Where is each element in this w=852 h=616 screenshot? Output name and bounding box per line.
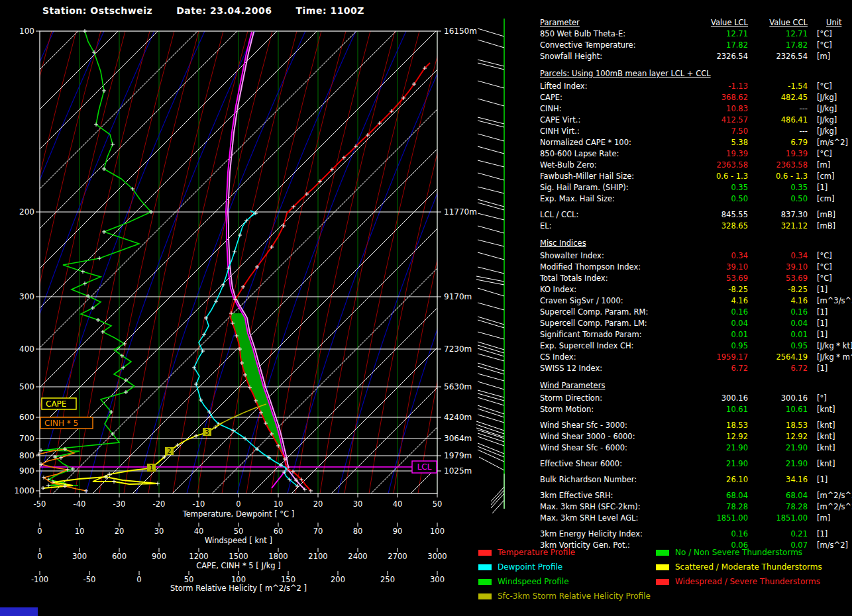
value-ccl: 0.50 — [748, 193, 808, 205]
table-row: Convective Temperature:17.8217.82[°C] — [540, 40, 850, 51]
adiabat-line — [246, 31, 346, 493]
param-label: Modified Thompson Index: — [540, 262, 691, 273]
wind-barb — [478, 63, 504, 70]
axis-tick-label: -30 — [113, 499, 126, 509]
value-lcl: 19.39 — [691, 148, 748, 160]
value-lcl: 845.55 — [691, 209, 748, 221]
table-header-row: ParameterValue LCLValue CCLUnit — [540, 17, 850, 28]
axis-tick-label: 70 — [313, 527, 323, 536]
wind-barb — [478, 348, 504, 356]
param-unit: [m^3/s^3] — [808, 295, 852, 307]
param-label: Normalized CAPE * 100: — [540, 137, 691, 148]
table-row: CAPE Virt.:412.57486.41[J/kg] — [540, 115, 850, 126]
param-unit: [cm] — [808, 171, 850, 182]
legend-label: Scattered / Moderate Thunderstorms — [675, 562, 822, 572]
adiabat-line — [369, 31, 468, 493]
param-unit: [knt] — [808, 458, 850, 470]
value-lcl: 0.01 — [691, 329, 748, 340]
param-label: CINH Virt.: — [540, 126, 691, 137]
wind-barb — [478, 363, 504, 371]
wind-barb — [478, 199, 504, 207]
wind-barb — [478, 317, 504, 325]
temperature-profile — [229, 63, 430, 493]
legend-swatch-icon — [656, 550, 669, 556]
param-unit: [°C] — [808, 148, 850, 160]
value-ccl: 0.35 — [748, 182, 808, 193]
altitude-label: 5630m — [444, 382, 472, 391]
axis-tick-label: 2700 — [388, 552, 407, 561]
temperature-axis: -50-40-30-20-1001020304050Temperature, D… — [34, 493, 443, 519]
param-label: Sig. Hail Param. (SHIP): — [540, 182, 691, 193]
chart-box-label: CAPE — [46, 399, 66, 409]
param-unit: [1] — [808, 474, 850, 486]
value-ccl: 6.79 — [748, 137, 808, 148]
value-lcl: 0.16 — [691, 529, 748, 540]
wind-barb — [478, 203, 504, 210]
wind-barb — [478, 393, 504, 401]
param-label: KO Index: — [540, 284, 691, 295]
table-row: CINH:10.83---[J/kg] — [540, 103, 850, 115]
value-lcl: 6.72 — [691, 363, 748, 374]
table-row: Bulk Richardson Number:26.1034.16[1] — [540, 474, 850, 486]
pressure-label: 800 — [19, 451, 34, 460]
param-unit: [m] — [808, 513, 850, 524]
value-lcl: 78.28 — [691, 501, 748, 513]
severity-legend-item: No / Non Severe Thunderstorms — [656, 545, 822, 560]
legend-label: No / Non Severe Thunderstorms — [675, 548, 802, 557]
mixing-ratio-line — [388, 31, 530, 493]
param-unit: [m] — [808, 160, 850, 171]
value-ccl: 6.72 — [748, 363, 808, 374]
table-row: Supercell Comp. Param. RM:0.160.16[1] — [540, 307, 850, 318]
isotherm-line — [252, 31, 530, 493]
value-ccl: 0.21 — [748, 529, 808, 540]
param-unit: [°] — [808, 393, 850, 404]
table-row: Craven SigSvr / 1000:4.164.16[m^3/s^3] — [540, 295, 850, 307]
axis-tick-label: 60 — [274, 527, 284, 536]
value-ccl: 10.61 — [748, 404, 808, 415]
value-lcl: 39.10 — [691, 262, 748, 273]
param-unit: [°C] — [808, 250, 850, 262]
param-unit: [mB] — [808, 209, 850, 221]
axis-tick-label: 50 — [433, 499, 443, 509]
value-lcl: 53.69 — [691, 273, 748, 284]
param-label: 3km Effective SRH: — [540, 490, 691, 501]
wind-barb — [478, 173, 504, 180]
isotherm-line — [411, 31, 530, 493]
axis-tick-label: 300 — [430, 575, 445, 584]
param-label: Effective Shear 6000: — [540, 458, 691, 470]
adiabat-line — [467, 31, 530, 493]
axis-tick-label: 100 — [430, 527, 445, 536]
axis-tick-label: 0 — [37, 527, 42, 536]
legend-label: Sfc-3km Storm Relative Helicity Profile — [498, 591, 651, 601]
wind-barb — [491, 493, 504, 508]
profile-legend-item: Dewpoint Profile — [478, 560, 651, 574]
pressure-label: 700 — [19, 434, 34, 443]
axis-tick-label: 0 — [37, 552, 42, 561]
value-lcl: 328.65 — [691, 221, 748, 232]
value-lcl: 1959.17 — [691, 352, 748, 363]
temperature-markers — [229, 66, 427, 493]
value-ccl: 0.01 — [748, 329, 808, 340]
table-row: Max. 3km SRH Level AGL:1851.001851.00[m] — [540, 513, 850, 524]
srh-km-marker-label: 2 — [167, 448, 171, 455]
pressure-label: 200 — [19, 207, 34, 217]
parameter-table: ParameterValue LCLValue CCLUnit850 Wet B… — [540, 17, 850, 551]
value-ccl: 21.90 — [748, 442, 808, 454]
table-row: Lifted Index:-1.13-1.54[°C] — [540, 81, 850, 92]
isotherm-line — [0, 31, 38, 493]
table-row: Storm Direction:300.16300.16[°] — [540, 393, 850, 404]
axis-tick-label: 250 — [380, 575, 395, 584]
altitude-label: 4240m — [444, 413, 472, 422]
value-ccl: 2363.58 — [748, 160, 808, 171]
param-unit: [J/kg] — [808, 126, 850, 137]
value-ccl: 0.04 — [748, 318, 808, 329]
value-lcl: 0.35 — [691, 182, 748, 193]
value-lcl: 5.38 — [691, 137, 748, 148]
table-row: EL:328.65321.12[mB] — [540, 221, 850, 232]
value-lcl: 0.04 — [691, 318, 748, 329]
value-lcl: 68.04 — [691, 490, 748, 501]
table-row: Normalized CAPE * 100:5.386.79[m/s^2] — [540, 137, 850, 148]
table-row: Wet-Bulb Zero:2363.582363.58[m] — [540, 160, 850, 171]
param-unit: [m/s^2] — [808, 137, 850, 148]
axis-tick-label: -50 — [83, 575, 96, 584]
